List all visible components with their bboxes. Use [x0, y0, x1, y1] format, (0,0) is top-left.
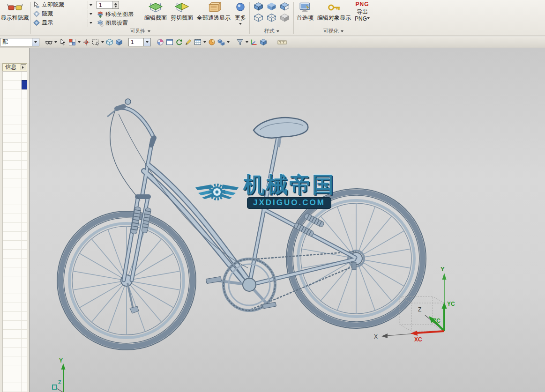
table-row[interactable]: [3, 312, 27, 321]
style-wireframe-button[interactable]: [252, 12, 265, 23]
work-layer-spinner[interactable]: [112, 1, 119, 8]
immediate-hide-button[interactable]: 立即隐藏: [32, 1, 94, 9]
table-row[interactable]: [3, 214, 27, 223]
show-button[interactable]: 显示: [32, 19, 94, 27]
style-static-wireframe-button[interactable]: [278, 12, 291, 23]
table-row[interactable]: [3, 267, 27, 276]
ruler-icon: [277, 39, 287, 45]
table-row[interactable]: [3, 187, 27, 196]
move-to-layer-button[interactable]: 移动至图层: [96, 10, 142, 18]
table-row[interactable]: [3, 72, 27, 81]
toolbar-table-dropdown[interactable]: [202, 37, 207, 47]
hide-button[interactable]: 隐藏: [32, 10, 94, 18]
toolbar-axes-button[interactable]: [249, 37, 259, 47]
assembly-filter-combo[interactable]: 配: [0, 38, 39, 46]
toolbar-snap-button[interactable]: [82, 37, 91, 47]
table-row[interactable]: [3, 143, 27, 152]
table-row[interactable]: [3, 250, 27, 259]
table-row[interactable]: [3, 374, 27, 383]
table-row[interactable]: [3, 321, 27, 330]
table-row[interactable]: [3, 170, 27, 178]
table-row[interactable]: [3, 223, 27, 232]
toolbar-ruler-button[interactable]: [277, 37, 287, 47]
hide-dropdown[interactable]: [88, 10, 94, 18]
table-row[interactable]: [3, 294, 27, 303]
clip-section-button[interactable]: 剪切截面: [169, 0, 195, 21]
table-row[interactable]: [3, 383, 27, 392]
toolbar-cubes-button[interactable]: [217, 37, 226, 47]
toolbar-glasses-button[interactable]: [44, 37, 53, 47]
preferences-button[interactable]: 首选项: [295, 0, 315, 21]
table-row[interactable]: [3, 89, 27, 98]
layer-settings-button[interactable]: 图层设置: [96, 19, 142, 27]
toolbar-window-button[interactable]: [165, 37, 174, 47]
info-tab-expand-button[interactable]: [21, 64, 26, 70]
table-row[interactable]: [3, 339, 27, 348]
toolbar-cursor-button[interactable]: [58, 37, 67, 47]
assembly-filter-dropdown[interactable]: [32, 38, 39, 46]
show-hide-button[interactable]: 显示和隐藏: [0, 0, 30, 36]
table-row[interactable]: [3, 98, 27, 107]
toolbar-table-button[interactable]: [193, 37, 202, 47]
clip-section-icon: [174, 1, 190, 14]
view-scale-combo[interactable]: 1: [128, 38, 151, 46]
front-wheel[interactable]: [57, 211, 196, 350]
view-scale-dropdown[interactable]: [143, 38, 150, 46]
table-row[interactable]: [3, 232, 27, 241]
visibility-group-dropdown[interactable]: [148, 30, 150, 34]
immediate-hide-dropdown[interactable]: [88, 1, 94, 9]
table-row[interactable]: [3, 205, 27, 214]
table-row[interactable]: [3, 107, 27, 116]
toolbar-glasses-dropdown[interactable]: [53, 37, 58, 47]
export-png-button[interactable]: PNG 导出 PNG: [353, 0, 372, 22]
style-shaded-button[interactable]: [265, 1, 278, 12]
more-button[interactable]: 更多: [232, 0, 248, 26]
edit-object-display-button[interactable]: 编辑对象显示: [315, 0, 353, 21]
frame[interactable]: [142, 133, 355, 285]
toolbar-grid-button[interactable]: [67, 37, 77, 47]
style-hidden-edges-button[interactable]: [265, 12, 278, 23]
table-row[interactable]: [3, 356, 27, 365]
table-row[interactable]: [3, 81, 27, 89]
table-row[interactable]: [3, 161, 27, 170]
table-row[interactable]: [3, 152, 27, 161]
table-row[interactable]: [3, 303, 27, 312]
table-row[interactable]: [3, 276, 27, 285]
toolbar-iso-cube-button[interactable]: [105, 37, 114, 47]
table-row[interactable]: [3, 178, 27, 187]
table-row[interactable]: [3, 116, 27, 125]
toolbar-shaded-cube-button[interactable]: [114, 37, 124, 47]
toolbar-ball-button[interactable]: [156, 37, 165, 47]
toolbar-marquee-dropdown[interactable]: [100, 37, 105, 47]
table-row[interactable]: [3, 259, 27, 267]
work-layer-combo[interactable]: 1: [97, 1, 119, 9]
show-all-translucent-button[interactable]: 全部通透显示: [195, 0, 232, 21]
info-tab[interactable]: 信息: [2, 63, 27, 71]
toolbar-grid-dropdown[interactable]: [77, 37, 82, 47]
table-row[interactable]: [3, 285, 27, 294]
table-row[interactable]: [3, 125, 27, 134]
style-studio-button[interactable]: [278, 1, 291, 12]
graphics-viewport[interactable]: 机械帝国 JXDIGUO.COM Y YC Z ZC X XC Y: [30, 48, 545, 392]
toolbar-refresh-button[interactable]: [174, 37, 184, 47]
saddle[interactable]: [254, 118, 308, 147]
toolbar-datum-cube-button[interactable]: [259, 37, 268, 47]
toolbar-cubes-dropdown[interactable]: [226, 37, 231, 47]
toolbar-filter-dropdown[interactable]: [245, 37, 249, 47]
table-row[interactable]: [3, 365, 27, 374]
table-row[interactable]: [3, 134, 27, 143]
show-dropdown[interactable]: [88, 19, 94, 27]
toolbar-filter-button[interactable]: [235, 37, 245, 47]
table-row[interactable]: [3, 196, 27, 205]
table-row[interactable]: [3, 330, 27, 339]
toolbar-pencil-button[interactable]: [184, 37, 193, 47]
toolbar-pie-button[interactable]: [207, 37, 217, 47]
edit-section-button[interactable]: 编辑截面: [142, 0, 169, 21]
visualization-group-dropdown[interactable]: [341, 30, 343, 34]
table-row[interactable]: [3, 348, 27, 356]
bicycle-model[interactable]: [30, 48, 545, 392]
style-shaded-edges-button[interactable]: [252, 1, 265, 12]
style-group-dropdown[interactable]: [276, 30, 279, 34]
toolbar-marquee-button[interactable]: [91, 37, 100, 47]
table-row[interactable]: [3, 241, 27, 250]
